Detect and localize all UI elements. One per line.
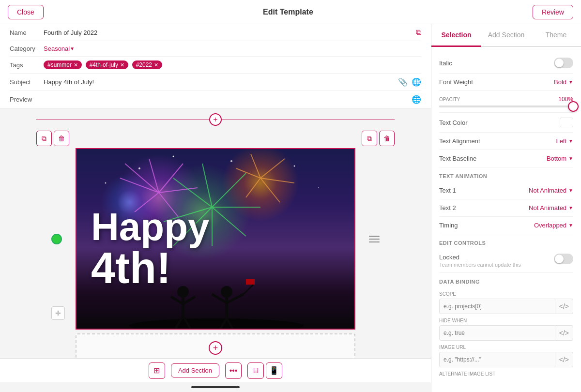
italic-toggle-knob bbox=[555, 59, 564, 67]
top-bar: Close Edit Template Review bbox=[0, 0, 581, 24]
copy-icon[interactable]: ⧉ bbox=[416, 28, 421, 37]
font-weight-row: Font Weight Bold ▼ bbox=[439, 74, 573, 91]
grid-button[interactable]: ⊞ bbox=[149, 362, 165, 379]
category-row: Category Seasonal ▼ bbox=[10, 41, 421, 57]
copy-section-button[interactable]: ⧉ bbox=[36, 131, 52, 146]
right-ctrl-group: ⧉ 🗑 bbox=[362, 131, 395, 146]
text-color-label: Text Color bbox=[439, 119, 468, 126]
text-baseline-value[interactable]: Bottom ▼ bbox=[547, 155, 573, 162]
subject-value: Happy 4th of July! bbox=[44, 78, 398, 86]
delete-section-right-button[interactable]: 🗑 bbox=[379, 131, 395, 146]
opacity-slider-track[interactable] bbox=[439, 106, 573, 107]
text-alignment-text: Left bbox=[556, 137, 566, 145]
font-weight-text: Bold bbox=[554, 78, 566, 86]
desktop-view-button[interactable]: 🖥 bbox=[247, 362, 264, 379]
add-section-above-button[interactable]: + bbox=[209, 113, 222, 126]
tag-summer-remove[interactable]: ✕ bbox=[74, 62, 78, 68]
hide-when-input[interactable] bbox=[440, 327, 555, 339]
text-color-row: Text Color bbox=[439, 113, 573, 133]
timing-text: Overlapped bbox=[534, 222, 566, 229]
left-ctrl-group: ⧉ 🗑 bbox=[36, 131, 69, 146]
edit-controls-header: Edit Controls bbox=[439, 234, 573, 249]
delete-section-button[interactable]: 🗑 bbox=[54, 131, 69, 146]
status-dot bbox=[51, 234, 62, 244]
opacity-label-row: OPACITY 100% bbox=[439, 96, 573, 103]
subject-icons: 📎 🌐 bbox=[398, 77, 421, 87]
ham-line-3 bbox=[369, 241, 380, 242]
data-binding-header: Data Binding bbox=[439, 273, 573, 287]
page-title: Edit Template bbox=[263, 8, 313, 16]
text-alignment-value[interactable]: Left ▼ bbox=[556, 137, 573, 145]
move-handle[interactable]: ✛ bbox=[51, 306, 65, 320]
tab-theme[interactable]: Theme bbox=[531, 24, 581, 47]
fourth-text: 4th! bbox=[91, 246, 171, 290]
add-content-button[interactable]: + bbox=[209, 341, 222, 355]
opacity-slider-fill bbox=[439, 106, 573, 107]
text-color-swatch[interactable] bbox=[560, 118, 573, 127]
close-button[interactable]: Close bbox=[8, 5, 44, 19]
text2-animation-text: Not Animated bbox=[529, 204, 566, 211]
image-url-input[interactable] bbox=[440, 353, 555, 366]
fireworks-background: Happy 4th! bbox=[76, 149, 354, 329]
font-weight-arrow-icon: ▼ bbox=[568, 79, 573, 85]
timing-value[interactable]: Overlapped ▼ bbox=[534, 222, 573, 229]
font-weight-value[interactable]: Bold ▼ bbox=[554, 78, 573, 86]
text1-animation-row: Text 1 Not Animated ▼ bbox=[439, 182, 573, 199]
image-url-code-button[interactable]: </> bbox=[555, 352, 573, 367]
tag-2022-remove[interactable]: ✕ bbox=[154, 62, 158, 68]
scope-field: SCOPE </> bbox=[439, 291, 573, 314]
text2-animation-label: Text 2 bbox=[439, 204, 456, 211]
opacity-section: OPACITY 100% bbox=[439, 91, 573, 113]
tab-selection[interactable]: Selection bbox=[431, 24, 481, 47]
locked-toggle[interactable] bbox=[554, 254, 573, 264]
copy-section-right-button[interactable]: ⧉ bbox=[362, 131, 377, 146]
hide-when-label: HIDE WHEN bbox=[439, 318, 573, 323]
tab-add-section[interactable]: Add Section bbox=[481, 24, 531, 47]
font-weight-label: Font Weight bbox=[439, 78, 473, 86]
italic-row: Italic bbox=[439, 53, 573, 74]
scope-code-button[interactable]: </> bbox=[555, 299, 573, 314]
text-alignment-label: Text Alignment bbox=[439, 137, 480, 145]
locked-row: Locked Team members cannot update this bbox=[439, 254, 573, 268]
italic-toggle[interactable] bbox=[554, 58, 573, 68]
ham-line-2 bbox=[369, 239, 380, 240]
panel-content: Italic Font Weight Bold ▼ OPACITY 100% bbox=[431, 47, 581, 392]
left-panel: Name Fourth of July 2022 ⧉ Category Seas… bbox=[0, 24, 431, 392]
category-arrow-icon: ▼ bbox=[70, 46, 75, 51]
tag-2022[interactable]: #2022 ✕ bbox=[132, 60, 162, 69]
image-block-wrapper: Happy 4th! bbox=[76, 148, 355, 330]
tag-4th[interactable]: #4th-of-july ✕ bbox=[86, 60, 128, 69]
text2-animation-value[interactable]: Not Animated ▼ bbox=[529, 204, 573, 211]
text2-animation-row: Text 2 Not Animated ▼ bbox=[439, 199, 573, 217]
attach-icon[interactable]: 📎 bbox=[398, 77, 408, 87]
opacity-label: OPACITY bbox=[439, 97, 460, 102]
category-value[interactable]: Seasonal bbox=[44, 45, 70, 52]
section-block: ⧉ 🗑 ⧉ 🗑 bbox=[36, 129, 395, 358]
review-button[interactable]: Review bbox=[533, 5, 573, 19]
opacity-slider-thumb[interactable] bbox=[568, 101, 579, 112]
hide-when-code-button[interactable]: </> bbox=[555, 326, 573, 340]
image-url-input-row: </> bbox=[439, 352, 573, 367]
name-row: Name Fourth of July 2022 ⧉ bbox=[10, 24, 421, 41]
image-block[interactable]: Happy 4th! bbox=[76, 148, 355, 330]
add-section-button[interactable]: Add Section bbox=[171, 363, 219, 377]
globe-icon[interactable]: 🌐 bbox=[412, 77, 421, 87]
drag-handle[interactable] bbox=[369, 236, 380, 242]
text1-animation-value[interactable]: Not Animated ▼ bbox=[529, 187, 573, 194]
text-alignment-row: Text Alignment Left ▼ bbox=[439, 133, 573, 150]
scope-input[interactable] bbox=[440, 300, 555, 313]
tag-summer[interactable]: #summer ✕ bbox=[44, 60, 82, 69]
preview-row: Preview 🌐 bbox=[10, 91, 421, 108]
data-binding-section: SCOPE </> HIDE WHEN </> IMAGE bbox=[439, 287, 573, 384]
name-value: Fourth of July 2022 bbox=[44, 29, 416, 36]
template-wrapper: + ⧉ 🗑 ⧉ 🗑 bbox=[0, 108, 431, 358]
tag-4th-remove[interactable]: ✕ bbox=[120, 62, 124, 68]
italic-label: Italic bbox=[439, 60, 452, 67]
more-options-button[interactable]: ••• bbox=[225, 362, 242, 379]
text1-animation-label: Text 1 bbox=[439, 187, 456, 194]
preview-globe-icon[interactable]: 🌐 bbox=[412, 95, 421, 104]
text-baseline-row: Text Baseline Bottom ▼ bbox=[439, 150, 573, 167]
locked-toggle-knob bbox=[555, 255, 564, 263]
mobile-view-button[interactable]: 📱 bbox=[266, 362, 282, 379]
meta-section: Name Fourth of July 2022 ⧉ Category Seas… bbox=[0, 24, 431, 108]
